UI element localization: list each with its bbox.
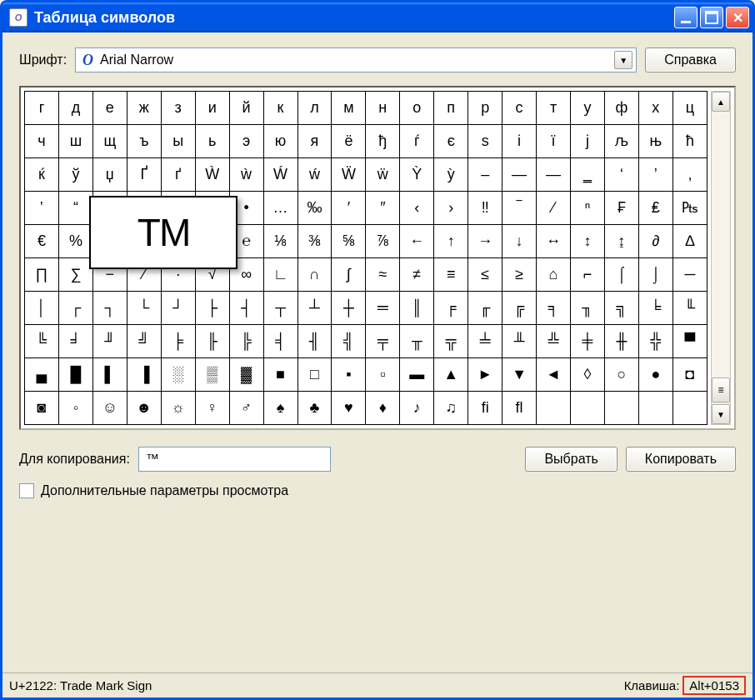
char-cell[interactable]: ⅛ xyxy=(263,225,298,258)
char-cell[interactable]: ╚ xyxy=(25,325,59,358)
char-cell[interactable]: ― xyxy=(537,158,571,192)
char-cell[interactable]: љ xyxy=(604,125,638,158)
char-cell[interactable]: щ xyxy=(92,125,127,158)
copy-button[interactable]: Копировать xyxy=(626,447,736,472)
char-cell[interactable]: ▓ xyxy=(229,358,263,392)
char-cell[interactable]: € xyxy=(25,225,59,258)
char-cell[interactable]: х xyxy=(638,92,672,125)
font-dropdown[interactable]: O Arial Narrow ▼ xyxy=(75,48,637,72)
char-cell[interactable]: ⌡ xyxy=(638,258,672,292)
char-cell[interactable]: │ xyxy=(25,292,59,325)
char-cell[interactable] xyxy=(672,392,707,425)
char-cell[interactable]: ґ xyxy=(161,158,195,192)
char-cell[interactable]: ‹ xyxy=(400,192,434,225)
char-cell[interactable]: ║ xyxy=(400,292,434,325)
char-cell[interactable]: ╫ xyxy=(604,325,638,358)
char-cell[interactable]: ╪ xyxy=(571,325,605,358)
char-cell[interactable]: ╠ xyxy=(229,325,263,358)
char-cell[interactable]: р xyxy=(468,92,502,125)
char-cell[interactable]: — xyxy=(502,158,537,192)
char-cell[interactable]: ╜ xyxy=(92,325,127,358)
char-cell[interactable]: ← xyxy=(400,225,434,258)
char-cell[interactable]: ј xyxy=(571,125,605,158)
char-cell[interactable]: ∂ xyxy=(638,225,672,258)
char-cell[interactable]: г xyxy=(25,92,59,125)
char-cell[interactable]: ☻ xyxy=(127,392,161,425)
char-cell[interactable]: ∆ xyxy=(672,225,707,258)
scroll-down-button[interactable]: ▼ xyxy=(712,404,730,424)
char-cell[interactable]: ╓ xyxy=(468,292,502,325)
maximize-button[interactable] xyxy=(700,7,723,28)
help-button[interactable]: Справка xyxy=(645,48,736,72)
char-cell[interactable]: ẃ xyxy=(298,158,332,192)
char-cell[interactable] xyxy=(571,392,605,425)
char-cell[interactable]: ∟ xyxy=(263,258,298,292)
char-cell[interactable]: ◘ xyxy=(672,358,707,392)
char-cell[interactable]: → xyxy=(468,225,502,258)
char-cell[interactable]: ќ xyxy=(25,158,59,192)
char-cell[interactable]: ‼ xyxy=(468,192,502,225)
char-cell[interactable]: ╨ xyxy=(502,325,537,358)
char-cell[interactable]: ╣ xyxy=(332,325,366,358)
char-cell[interactable]: ≡ xyxy=(434,258,468,292)
char-cell[interactable]: ▒ xyxy=(195,358,229,392)
char-cell[interactable]: ┘ xyxy=(161,292,195,325)
close-button[interactable]: ✕ xyxy=(726,7,749,28)
char-cell[interactable]: ћ xyxy=(672,125,707,158)
char-cell[interactable]: ‚ xyxy=(672,158,707,192)
char-cell[interactable]: Ґ xyxy=(127,158,161,192)
char-cell[interactable]: ╤ xyxy=(366,325,400,358)
char-cell[interactable]: ⌠ xyxy=(604,258,638,292)
char-cell[interactable]: ‾ xyxy=(502,192,537,225)
char-cell[interactable]: ○ xyxy=(604,358,638,392)
char-cell[interactable]: ♀ xyxy=(195,392,229,425)
char-cell[interactable]: ↕ xyxy=(571,225,605,258)
char-cell[interactable]: њ xyxy=(638,125,672,158)
char-cell[interactable]: ▲ xyxy=(434,358,468,392)
char-cell[interactable]: у xyxy=(571,92,605,125)
char-cell[interactable]: ╟ xyxy=(195,325,229,358)
char-cell[interactable]: ї xyxy=(537,125,571,158)
char-cell[interactable]: ╥ xyxy=(400,325,434,358)
char-cell[interactable]: ẅ xyxy=(366,158,400,192)
char-cell[interactable]: ┼ xyxy=(332,292,366,325)
char-cell[interactable]: … xyxy=(263,192,298,225)
char-cell[interactable]: ỳ xyxy=(434,158,468,192)
dropdown-button[interactable]: ▼ xyxy=(614,51,632,69)
char-cell[interactable]: ш xyxy=(58,125,92,158)
char-cell[interactable]: ☼ xyxy=(161,392,195,425)
grid-scrollbar[interactable]: ▲ ≡ ▼ xyxy=(711,91,731,425)
char-cell[interactable]: ′ xyxy=(332,192,366,225)
char-cell[interactable]: ╔ xyxy=(502,292,537,325)
char-cell[interactable]: п xyxy=(434,92,468,125)
char-cell[interactable]: є xyxy=(434,125,468,158)
char-cell[interactable]: ▄ xyxy=(25,358,59,392)
char-cell[interactable]: ъ xyxy=(127,125,161,158)
char-cell[interactable]: ◦ xyxy=(58,392,92,425)
char-cell[interactable]: ◙ xyxy=(25,392,59,425)
advanced-checkbox[interactable] xyxy=(19,483,34,498)
char-cell[interactable]: ь xyxy=(195,125,229,158)
char-cell[interactable]: Ỳ xyxy=(400,158,434,192)
char-cell[interactable]: ─ xyxy=(672,258,707,292)
char-cell[interactable]: ▬ xyxy=(400,358,434,392)
char-cell[interactable]: л xyxy=(298,92,332,125)
char-cell[interactable]: ◄ xyxy=(537,358,571,392)
char-cell[interactable]: ẁ xyxy=(229,158,263,192)
char-cell[interactable]: ѓ xyxy=(400,125,434,158)
char-cell[interactable]: ⅜ xyxy=(298,225,332,258)
titlebar[interactable]: O Таблица символов ✕ xyxy=(2,2,752,32)
char-cell[interactable]: ∏ xyxy=(25,258,59,292)
char-cell[interactable]: ├ xyxy=(195,292,229,325)
char-cell[interactable]: ﬂ xyxy=(502,392,537,425)
char-cell[interactable]: ≈ xyxy=(366,258,400,292)
char-cell[interactable]: ▪ xyxy=(332,358,366,392)
char-cell[interactable]: ’ xyxy=(638,158,672,192)
char-cell[interactable]: ┌ xyxy=(58,292,92,325)
char-cell[interactable]: ╬ xyxy=(638,325,672,358)
char-cell[interactable]: ▀ xyxy=(672,325,707,358)
char-cell[interactable] xyxy=(604,392,638,425)
char-cell[interactable]: ♪ xyxy=(400,392,434,425)
char-cell[interactable]: ы xyxy=(161,125,195,158)
char-cell[interactable]: ф xyxy=(604,92,638,125)
